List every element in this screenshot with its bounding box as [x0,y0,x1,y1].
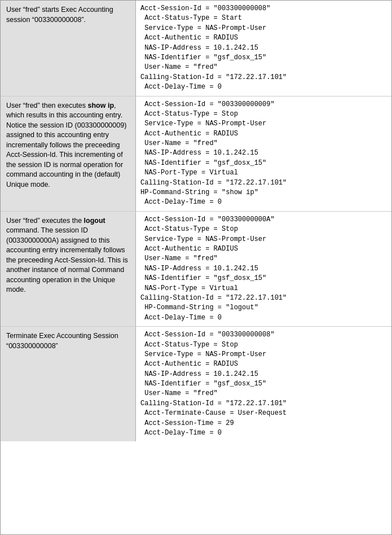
row-terminate-left-label: Terminate Exec Accounting Session “00330… [1,327,136,441]
row-show-ip-left-label: User “fred” then executes show ip, which… [1,97,136,211]
row-logout: User “fred” executes the logout command.… [1,212,391,327]
page-container: User “fred” starts Exec Accounting sessi… [0,0,392,535]
row-start-exec-left-label: User “fred” starts Exec Accounting sessi… [1,1,136,96]
row-start-exec: User “fred” starts Exec Accounting sessi… [1,1,391,97]
row-terminate: Terminate Exec Accounting Session “00330… [1,327,391,441]
row-logout-left-label: User “fred” executes the logout command.… [1,212,136,326]
row-start-exec-right-content: Acct-Session-Id = "003300000008" Acct-St… [136,1,391,96]
row-terminate-right-content: Acct-Session-Id = "003300000008" Acct-St… [136,327,391,441]
row-show-ip: User “fred” then executes show ip, which… [1,97,391,212]
row-show-ip-right-content: Acct-Session-Id = "003300000009" Acct-St… [136,97,391,211]
row-logout-right-content: Acct-Session-Id = "00330000000A" Acct-St… [136,212,391,326]
